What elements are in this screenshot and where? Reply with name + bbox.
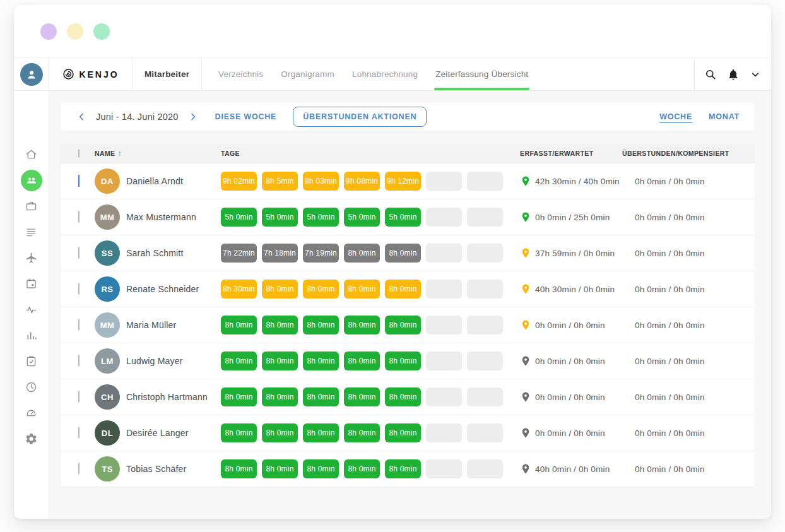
day-chip-empty[interactable] (426, 459, 462, 478)
sidebar-item-reports[interactable] (14, 322, 49, 348)
day-chip[interactable]: 8h 0min (303, 352, 339, 370)
row-checkbox[interactable] (78, 319, 80, 331)
row-checkbox[interactable] (78, 211, 80, 223)
sidebar-item-briefcase[interactable] (14, 193, 49, 219)
day-chip[interactable]: 8h 0min (385, 316, 421, 334)
row-checkbox[interactable] (78, 247, 80, 259)
employee-name[interactable]: Renate Schneider (126, 284, 199, 294)
row-checkbox[interactable] (78, 283, 80, 295)
day-chip[interactable]: 5h 0min (303, 208, 339, 227)
sidebar-item-list[interactable] (14, 219, 49, 245)
row-checkbox[interactable] (78, 175, 80, 187)
day-chip-empty[interactable] (467, 387, 503, 406)
employee-name[interactable]: Tobias Schäfer (126, 464, 186, 474)
day-chip[interactable]: 7h 22min (221, 244, 257, 263)
day-chip[interactable]: 8h 0min (303, 459, 339, 478)
day-chip-empty[interactable] (467, 280, 503, 299)
tab-lohnabrechnung[interactable]: Lohnabrechnung (352, 58, 418, 90)
day-chip[interactable]: 8h 0min (262, 352, 298, 370)
day-chip[interactable]: 8h 0min (221, 316, 257, 334)
employee-name[interactable]: Maria Müller (126, 320, 176, 330)
day-chip[interactable]: 8h 0min (262, 459, 298, 478)
day-chip[interactable]: 8h 0min (262, 423, 298, 442)
bell-icon[interactable] (727, 68, 740, 81)
day-chip[interactable]: 9h 02min (221, 172, 257, 191)
day-chip-empty[interactable] (467, 316, 503, 334)
column-header-tracked[interactable]: ERFASST/ERWARTET (509, 150, 622, 157)
day-chip[interactable]: 5h 0min (262, 208, 298, 227)
tab-organigramm[interactable]: Organigramm (281, 58, 334, 90)
day-chip[interactable]: 9h 12min (385, 172, 421, 191)
next-week-button[interactable] (187, 111, 199, 122)
day-chip[interactable]: 8h 0min (303, 316, 339, 334)
sidebar-item-activity[interactable] (14, 297, 49, 322)
day-chip-empty[interactable] (426, 352, 462, 370)
day-chip[interactable]: 8h 0min (221, 459, 257, 478)
employee-name[interactable]: Desirée Langer (126, 428, 189, 438)
day-chip[interactable]: 8h 5min (262, 172, 298, 191)
day-chip[interactable]: 7h 19min (303, 244, 339, 263)
tab-zeiterfassung-bersicht[interactable]: Zeiterfassung Übersicht (435, 58, 528, 90)
day-chip[interactable]: 5h 0min (385, 208, 421, 227)
day-chip[interactable]: 8h 0min (385, 352, 421, 370)
sidebar-item-employees[interactable] (14, 167, 49, 193)
day-chip-empty[interactable] (426, 387, 462, 406)
select-all-checkbox[interactable] (78, 149, 80, 158)
day-chip[interactable]: 8h 0min (221, 352, 257, 370)
day-chip[interactable]: 8h 0min (344, 280, 380, 299)
day-chip[interactable]: 8h 08min (344, 172, 380, 191)
day-chip[interactable]: 8h 0min (303, 280, 339, 299)
day-chip-empty[interactable] (426, 244, 462, 263)
day-chip-empty[interactable] (426, 316, 462, 334)
day-chip-empty[interactable] (467, 352, 503, 370)
row-checkbox[interactable] (78, 427, 80, 439)
day-chip-empty[interactable] (467, 423, 503, 442)
month-view-button[interactable]: MONAT (709, 112, 740, 121)
day-chip[interactable]: 8h 0min (344, 316, 380, 334)
day-chip[interactable]: 8h 0min (344, 352, 380, 370)
day-chip[interactable]: 8h 0min (385, 387, 421, 406)
sidebar-item-travel[interactable] (14, 245, 49, 271)
employee-name[interactable]: Daniella Arndt (126, 176, 183, 186)
chevron-down-icon[interactable] (749, 68, 762, 81)
day-chip-empty[interactable] (426, 172, 462, 191)
day-chip[interactable]: 8h 0min (344, 387, 380, 406)
day-chip[interactable]: 8h 0min (344, 423, 380, 442)
previous-week-button[interactable] (76, 111, 87, 122)
tab-verzeichnis[interactable]: Verzeichnis (218, 58, 263, 90)
row-checkbox[interactable] (78, 463, 80, 475)
day-chip[interactable]: 5h 0min (344, 208, 380, 227)
day-chip[interactable]: 8h 0min (385, 423, 421, 442)
day-chip[interactable]: 8h 30min (221, 280, 257, 299)
user-avatar[interactable] (14, 58, 49, 90)
employee-name[interactable]: Christoph Hartmann (126, 392, 208, 402)
day-chip[interactable]: 7h 18min (262, 244, 298, 263)
day-chip-empty[interactable] (467, 208, 503, 227)
sidebar-item-calendar[interactable] (14, 271, 49, 297)
day-chip-empty[interactable] (426, 423, 462, 442)
day-chip-empty[interactable] (467, 459, 503, 478)
day-chip[interactable]: 8h 0min (262, 387, 298, 406)
employee-name[interactable]: Max Mustermann (126, 212, 196, 222)
day-chip[interactable]: 8h 0min (262, 316, 298, 334)
sidebar-item-performance[interactable] (14, 400, 49, 426)
day-chip[interactable]: 8h 03min (303, 172, 339, 191)
this-week-button[interactable]: DIESE WOCHE (215, 112, 277, 121)
employee-name[interactable]: Sarah Schmitt (126, 248, 184, 258)
day-chip-empty[interactable] (467, 244, 503, 263)
sidebar-item-home[interactable] (14, 141, 49, 167)
day-chip[interactable]: 8h 0min (221, 387, 257, 406)
employee-name[interactable]: Ludwig Mayer (126, 356, 183, 366)
column-header-days[interactable]: TAGE (221, 150, 509, 157)
day-chip[interactable]: 8h 0min (303, 423, 339, 442)
day-chip[interactable]: 8h 0min (385, 459, 421, 478)
day-chip[interactable]: 8h 0min (385, 280, 421, 299)
column-header-name[interactable]: NAME↑ (95, 149, 221, 158)
day-chip[interactable]: 8h 0min (303, 387, 339, 406)
day-chip-empty[interactable] (426, 280, 462, 299)
row-checkbox[interactable] (78, 391, 80, 403)
day-chip[interactable]: 8h 0min (262, 280, 298, 299)
overtime-actions-button[interactable]: ÜBERSTUNDEN AKTIONEN (293, 107, 427, 127)
kenjo-logo[interactable]: KENJO (49, 58, 133, 90)
column-header-overtime[interactable]: ÜBERSTUNDEN/KOMPENSIERT (622, 150, 755, 157)
